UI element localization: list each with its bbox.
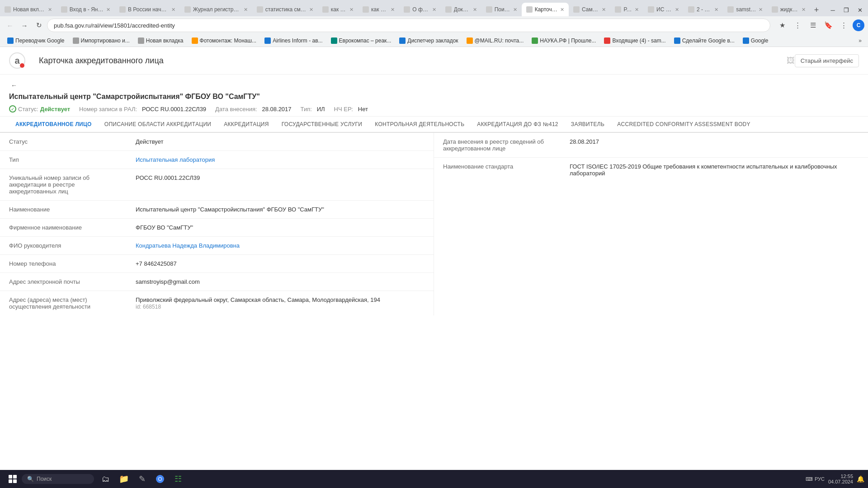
browser-tab-tab10[interactable]: Поиск...✕ bbox=[481, 3, 522, 16]
tab-close-icon[interactable]: ✕ bbox=[171, 7, 175, 13]
browser-tab-tab13[interactable]: Р.с...✕ bbox=[610, 3, 643, 16]
browser-tab-tab9[interactable]: Докум...✕ bbox=[441, 3, 481, 16]
browser-tab-tab5[interactable]: статистика смерт...✕ bbox=[252, 3, 318, 16]
taskbar-search-placeholder: Поиск bbox=[37, 476, 52, 482]
browser-tab-tab1[interactable]: Новая вкладка✕ bbox=[0, 3, 57, 16]
tab-applicant[interactable]: ЗАЯВИТЕЛЬ bbox=[565, 117, 611, 133]
tab-label: Р.с... bbox=[623, 6, 632, 13]
start-button[interactable] bbox=[4, 471, 22, 487]
browser-tab-tab4[interactable]: Журнал регистрации...✕ bbox=[180, 3, 252, 16]
bookmark-star-icon[interactable]: ★ bbox=[776, 19, 788, 32]
tab-accredited[interactable]: АККРЕДИТОВАННОЕ ЛИЦО bbox=[9, 117, 98, 133]
tab-fz412[interactable]: АККРЕДИТАЦИЯ ДО ФЗ №412 bbox=[471, 117, 564, 133]
browser-tab-tab11[interactable]: Карточка...✕ bbox=[522, 3, 569, 16]
bookmark-item[interactable]: НАУКА.РФ | Прошле... bbox=[528, 37, 599, 45]
close-button[interactable]: ✕ bbox=[854, 4, 866, 16]
tab-close-icon[interactable]: ✕ bbox=[391, 7, 395, 13]
browser-tab-tab14[interactable]: ИС «Т...✕ bbox=[643, 3, 684, 16]
nch-value: Нет bbox=[358, 106, 368, 113]
bookmark-label: Google bbox=[751, 38, 769, 44]
browser-tab-tab16[interactable]: samstro...✕ bbox=[723, 3, 767, 16]
content-area: СтатусДействуетТипИспытательная лаборато… bbox=[0, 133, 868, 315]
field-link[interactable]: Испытательная лаборатория bbox=[136, 156, 215, 163]
minimize-button[interactable]: ─ bbox=[826, 4, 839, 16]
field-link[interactable]: Кондратьева Надежда Владимировна bbox=[136, 242, 240, 249]
tab-accreditation[interactable]: АККРЕДИТАЦИЯ bbox=[217, 117, 275, 133]
taskbar: 🔍 Поиск 🗂 📁 ✎ ☷ ⌨ РУС 12:55 04.07.2024 🔔 bbox=[0, 470, 868, 488]
left-table: СтатусДействуетТипИспытательная лаборато… bbox=[0, 133, 434, 315]
bookmark-favicon bbox=[467, 38, 473, 44]
tab-close-icon[interactable]: ✕ bbox=[635, 7, 639, 13]
browser-tab-tab7[interactable]: как вы...✕ bbox=[358, 3, 399, 16]
bookmark-item[interactable]: Еврокомпас – реак... bbox=[327, 37, 395, 45]
right-column: Дата внесения в реестр сведений об аккре… bbox=[434, 133, 868, 315]
registry-label: Номер записи в РАЛ: bbox=[79, 106, 137, 113]
address-bar[interactable]: pub.fsa.gov.ru/ral/view/15801/accredited… bbox=[47, 19, 770, 32]
tab-close-icon[interactable]: ✕ bbox=[48, 7, 52, 13]
restore-button[interactable]: ❐ bbox=[840, 4, 853, 16]
old-interface-button[interactable]: Старый интерфейс bbox=[795, 54, 859, 67]
taskbar-app-files[interactable]: 📁 bbox=[116, 471, 132, 487]
bookmarks-more-button[interactable]: » bbox=[856, 37, 864, 45]
favorites-icon[interactable]: 🔖 bbox=[822, 19, 835, 32]
tab-search-icon[interactable]: ⋮ bbox=[791, 19, 804, 32]
extensions-icon[interactable]: ☰ bbox=[807, 19, 819, 32]
browser-tab-tab12[interactable]: Самар...✕ bbox=[569, 3, 610, 16]
bookmark-item[interactable]: @MAIL.RU: почта... bbox=[463, 37, 528, 45]
tab-conformity[interactable]: ACCREDITED CONFORMITY ASSESSMENT BODY bbox=[611, 117, 757, 133]
tab-description[interactable]: ОПИСАНИЕ ОБЛАСТИ АККРЕДИТАЦИИ bbox=[98, 117, 218, 133]
browser-tab-tab15[interactable]: 2 - Вх...✕ bbox=[684, 3, 723, 16]
back-button[interactable]: ← bbox=[9, 82, 859, 89]
bookmark-item[interactable]: Переводчик Google bbox=[4, 37, 68, 45]
taskbar-app-excel[interactable]: ☷ bbox=[170, 471, 186, 487]
taskbar-search[interactable]: 🔍 Поиск bbox=[22, 474, 94, 484]
bookmark-item[interactable]: Диспетчер закладок bbox=[396, 37, 462, 45]
tab-favicon bbox=[404, 6, 410, 13]
bookmark-item[interactable]: Импортировано и... bbox=[69, 37, 133, 45]
svg-rect-3 bbox=[13, 479, 17, 483]
taskbar-system-icons: ⌨ РУС bbox=[806, 476, 825, 482]
tab-close-icon[interactable]: ✕ bbox=[349, 7, 354, 13]
date-label: Дата внесения: bbox=[215, 106, 257, 113]
taskbar-app-chrome[interactable] bbox=[152, 471, 168, 487]
bookmark-item[interactable]: Фотомонтаж: Монаш... bbox=[188, 37, 260, 45]
tab-close-icon[interactable]: ✕ bbox=[602, 7, 606, 13]
bookmark-item[interactable]: Входящие (4) - sam... bbox=[600, 37, 669, 45]
bookmark-item[interactable]: Сделайте Google в... bbox=[670, 37, 738, 45]
bookmark-item[interactable]: Новая вкладка bbox=[134, 37, 187, 45]
browser-chrome: Новая вкладка✕Вход в - Яндекс✕В России н… bbox=[0, 0, 868, 47]
tab-close-icon[interactable]: ✕ bbox=[473, 7, 477, 13]
back-button[interactable]: ← bbox=[4, 19, 16, 32]
browser-tab-tab6[interactable]: как вп...✕ bbox=[318, 3, 358, 16]
browser-tab-tab2[interactable]: Вход в - Яндекс✕ bbox=[57, 3, 115, 16]
browser-tab-tab17[interactable]: жидкие...✕ bbox=[767, 3, 810, 16]
browser-tab-tab3[interactable]: В России начали...✕ bbox=[115, 3, 180, 16]
tab-close-icon[interactable]: ✕ bbox=[802, 7, 806, 13]
tab-close-icon[interactable]: ✕ bbox=[432, 7, 436, 13]
table-row: НаименованиеИспытательный центр "Самарст… bbox=[0, 201, 434, 219]
reload-button[interactable]: ↻ bbox=[33, 19, 45, 32]
forward-button[interactable]: → bbox=[18, 19, 31, 32]
notification-icon[interactable]: 🔔 bbox=[857, 475, 864, 483]
bookmark-item[interactable]: Airlines Inform - ав... bbox=[261, 37, 326, 45]
tab-close-icon[interactable]: ✕ bbox=[106, 7, 110, 13]
tab-close-icon[interactable]: ✕ bbox=[714, 7, 718, 13]
taskbar-app-task[interactable]: ✎ bbox=[134, 471, 150, 487]
new-tab-button[interactable]: + bbox=[810, 4, 823, 16]
tab-state[interactable]: ГОСУДАРСТВЕННЫЕ УСЛУГИ bbox=[275, 117, 369, 133]
tab-close-icon[interactable]: ✕ bbox=[560, 7, 564, 13]
tab-close-icon[interactable]: ✕ bbox=[309, 7, 313, 13]
profile-button[interactable]: C bbox=[853, 19, 864, 31]
taskbar-app-explorer[interactable]: 🗂 bbox=[98, 471, 114, 487]
tab-close-icon[interactable]: ✕ bbox=[759, 7, 763, 13]
bookmark-label: Входящие (4) - sam... bbox=[612, 38, 665, 44]
keyboard-icon: ⌨ bbox=[806, 476, 813, 482]
nch-label: НЧ ЕР: bbox=[334, 106, 353, 113]
menu-icon[interactable]: ⋮ bbox=[837, 19, 850, 32]
tab-close-icon[interactable]: ✕ bbox=[244, 7, 248, 13]
browser-tab-tab8[interactable]: О фор...✕ bbox=[399, 3, 440, 16]
bookmark-item[interactable]: Google bbox=[739, 37, 772, 45]
tab-close-icon[interactable]: ✕ bbox=[513, 7, 517, 13]
tab-control[interactable]: КОНТРОЛЬНАЯ ДЕЯТЕЛЬНОСТЬ bbox=[368, 117, 471, 133]
tab-close-icon[interactable]: ✕ bbox=[675, 7, 679, 13]
